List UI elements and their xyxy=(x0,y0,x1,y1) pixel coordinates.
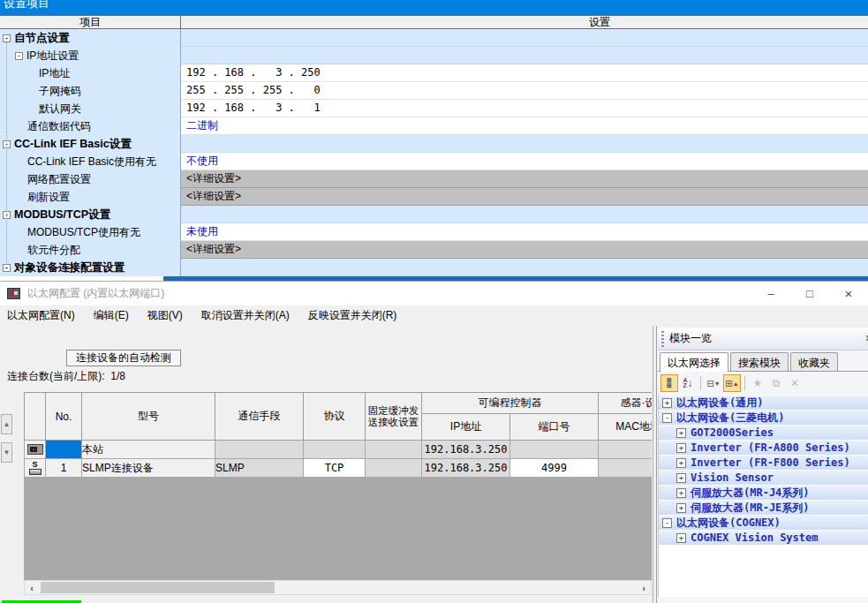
settings-value[interactable]: <详细设置> xyxy=(181,170,868,188)
settings-value[interactable]: 二进制 xyxy=(181,117,868,135)
move-row-down-button[interactable]: ▼ xyxy=(1,442,12,463)
settings-value[interactable]: <详细设置> xyxy=(181,188,868,206)
row-selector-cell[interactable]: S xyxy=(25,459,46,478)
tree-collapse-icon[interactable]: - xyxy=(15,52,23,60)
settings-value[interactable]: <详细设置> xyxy=(181,241,868,259)
settings-row[interactable]: -CC-Link IEF Basic设置 xyxy=(0,135,868,153)
maximize-button[interactable]: □ xyxy=(790,283,829,305)
tree-item[interactable]: +伺服放大器(MR-J4系列) xyxy=(659,486,868,501)
window-title-bar[interactable]: 以太网配置 (内置以太网端口) – □ × xyxy=(0,282,868,305)
cell-no[interactable] xyxy=(46,441,82,459)
tree-collapse-icon[interactable]: - xyxy=(3,34,11,42)
tree-expand-icon[interactable]: + xyxy=(676,428,686,438)
toolbar-separator xyxy=(700,376,701,390)
tree-expand-icon[interactable]: + xyxy=(676,488,686,498)
tree-item[interactable]: +Inverter (FR-A800 Series) xyxy=(659,441,868,456)
settings-value[interactable]: 不使用 xyxy=(181,153,868,170)
tree-collapse-icon[interactable]: - xyxy=(3,264,11,272)
menu-item[interactable]: 以太网配置(N) xyxy=(7,305,75,326)
settings-row[interactable]: -MODBUS/TCP设置 xyxy=(0,206,868,223)
panel-grip-icon[interactable] xyxy=(661,331,664,347)
settings-value[interactable]: 未使用 xyxy=(181,223,868,241)
collapse-tree-icon[interactable]: ⊟▼ xyxy=(705,374,722,392)
cell-port[interactable] xyxy=(510,441,599,459)
row-selector-cell[interactable] xyxy=(25,441,46,459)
menu-item[interactable]: 反映设置并关闭(R) xyxy=(308,305,397,326)
minimize-button[interactable]: – xyxy=(751,283,790,305)
scroll-right-icon[interactable]: › xyxy=(637,583,651,593)
close-button[interactable]: × xyxy=(829,283,868,305)
settings-value[interactable]: 192 . 168 . 3 . 1 xyxy=(181,100,868,117)
tab-active[interactable]: 以太网选择 xyxy=(660,352,728,372)
cell-model[interactable]: 本站 xyxy=(82,441,215,459)
delete-icon: ✕ xyxy=(786,374,804,392)
tree-item[interactable]: +伺服放大器(MR-JE系列) xyxy=(659,501,868,516)
cell-fixed-buffer[interactable] xyxy=(366,441,422,459)
settings-row[interactable]: 软元件分配<详细设置> xyxy=(0,241,868,259)
settings-row[interactable]: 网络配置设置<详细设置> xyxy=(0,170,868,188)
expand-tree-icon[interactable]: ⊞▲ xyxy=(723,374,741,392)
tree-item[interactable]: -以太网设备(三菱电机) xyxy=(659,411,868,426)
settings-row[interactable]: -IP地址设置 xyxy=(0,47,868,64)
settings-row[interactable]: CC-Link IEF Basic使用有无不使用 xyxy=(0,153,868,170)
settings-row[interactable]: -自节点设置 xyxy=(0,29,868,47)
cell-ip-address[interactable]: 192.168.3.250 xyxy=(422,441,510,459)
tree-item[interactable]: +GOT2000Series xyxy=(659,426,868,441)
tree-collapse-icon[interactable]: - xyxy=(662,518,672,528)
cell-port[interactable]: 4999 xyxy=(510,459,599,478)
settings-value[interactable]: 192 . 168 . 3 . 250 xyxy=(181,64,868,82)
panel-header[interactable]: 模块一览 × xyxy=(658,328,868,350)
cell-comm[interactable]: SLMP xyxy=(215,459,304,478)
tree-expand-icon[interactable]: + xyxy=(676,503,686,513)
col-header-protocol: 协议 xyxy=(304,393,366,441)
settings-item-label: -MODBUS/TCP设置 xyxy=(0,206,181,223)
tree-collapse-icon[interactable]: - xyxy=(662,413,672,423)
settings-row[interactable]: -对象设备连接配置设置 xyxy=(0,259,868,276)
menu-item[interactable]: 编辑(E) xyxy=(94,305,129,326)
settings-row[interactable]: IP地址192 . 168 . 3 . 250 xyxy=(0,64,868,82)
tree-expand-icon[interactable]: + xyxy=(676,458,686,468)
cell-ip-address[interactable]: 192.168.3.250 xyxy=(422,459,510,478)
auto-detect-button[interactable]: 连接设备的自动检测 xyxy=(66,350,181,366)
tree-expand-icon[interactable]: + xyxy=(662,398,672,408)
settings-row[interactable]: 子网掩码255 . 255 . 255 . 0 xyxy=(0,82,868,100)
cell-mac-address[interactable] xyxy=(599,441,653,459)
tab-inactive[interactable]: 收藏夹 xyxy=(790,352,838,371)
slmp-device-icon: S xyxy=(26,462,44,475)
pane-splitter[interactable] xyxy=(653,326,657,603)
tree-item[interactable]: +Vision Sensor xyxy=(659,471,868,486)
toolbar-separator xyxy=(744,376,745,390)
sort-az-icon[interactable]: AZ↓ xyxy=(679,374,697,392)
scrollbar-thumb[interactable] xyxy=(41,582,275,593)
tree-expand-icon[interactable]: + xyxy=(676,533,686,543)
cell-protocol[interactable]: TCP xyxy=(304,459,366,478)
tree-item[interactable]: +Inverter (FR-F800 Series) xyxy=(659,456,868,471)
device-table-row[interactable]: 本站 192.168.3.250 xyxy=(25,441,653,459)
menu-item[interactable]: 视图(V) xyxy=(147,305,183,326)
horizontal-scrollbar[interactable]: ‹ › xyxy=(24,580,652,595)
tree-item[interactable]: +以太网设备(通用) xyxy=(659,396,868,411)
tab-inactive[interactable]: 搜索模块 xyxy=(730,352,789,371)
tree-expand-icon[interactable]: + xyxy=(676,443,686,453)
scroll-left-icon[interactable]: ‹ xyxy=(25,583,39,593)
settings-item-label: 网络配置设置 xyxy=(0,170,181,188)
cell-comm[interactable] xyxy=(215,441,304,459)
settings-row[interactable]: MODBUS/TCP使用有无未使用 xyxy=(0,223,868,241)
cell-model[interactable]: SLMP连接设备 xyxy=(82,459,215,478)
move-row-up-button[interactable]: ▲ xyxy=(1,414,12,434)
cell-no[interactable]: 1 xyxy=(46,459,82,478)
settings-row[interactable]: 默认网关192 . 168 . 3 . 1 xyxy=(0,100,868,117)
tree-item[interactable]: +COGNEX Vision System xyxy=(659,531,868,546)
settings-row[interactable]: 通信数据代码二进制 xyxy=(0,117,868,135)
settings-value[interactable]: 255 . 255 . 255 . 0 xyxy=(181,82,868,100)
settings-row[interactable]: 刷新设置<详细设置> xyxy=(0,188,868,206)
tree-expand-icon[interactable]: + xyxy=(676,473,686,483)
view-outline-icon[interactable]: ⊞⊞ xyxy=(660,374,678,392)
device-table-row[interactable]: S1SLMP连接设备SLMPTCP 192.168.3.2504999 xyxy=(25,459,653,478)
cell-mac-address[interactable] xyxy=(599,459,653,478)
cell-protocol[interactable] xyxy=(304,441,366,459)
tree-item[interactable]: -以太网设备(COGNEX) xyxy=(659,516,868,531)
menu-item[interactable]: 取消设置并关闭(A) xyxy=(201,305,290,326)
cell-fixed-buffer[interactable] xyxy=(366,459,422,478)
plc-station-icon xyxy=(27,444,43,455)
